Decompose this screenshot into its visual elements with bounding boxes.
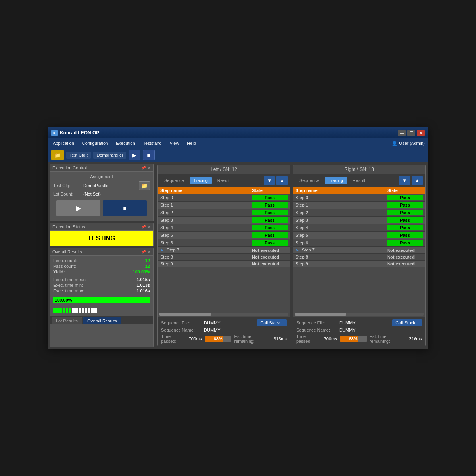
right-scrollbar-thumb[interactable]	[295, 313, 346, 316]
right-table-header: Step name State	[293, 187, 425, 194]
right-tab-result[interactable]: Result	[349, 177, 369, 184]
menu-help[interactable]: Help	[185, 140, 198, 146]
title-bar-left: K Konrad LEON OP	[51, 130, 99, 136]
left-scrollbar-thumb[interactable]	[159, 313, 211, 316]
menu-application[interactable]: Application	[51, 140, 76, 146]
menu-items: Application Configuration Execution Test…	[51, 140, 198, 146]
left-seq-file-value: DUMMY	[204, 321, 221, 325]
tab-overall-results[interactable]: Overall Results	[83, 317, 121, 324]
right-progress-label: 68%	[340, 336, 367, 342]
toolbar: 📁 Test Cfg.: DemoParallel ▶ ■	[48, 148, 428, 162]
right-seq-file-value: DUMMY	[339, 321, 356, 325]
right-scrollbar-x[interactable]	[295, 313, 424, 316]
pass-count-label: Pass count:	[53, 264, 76, 269]
left-call-stack-button[interactable]: Call Stack...	[257, 319, 287, 326]
exec-time-min-row: Exec. time min: 1.013s	[53, 283, 150, 288]
left-panel: Execution Control 📌 ✕ Assignment Test Cf…	[48, 162, 155, 349]
execution-status-panel: Execution Status 📌 ✕ TESTING	[50, 223, 154, 246]
left-seq-file-label: Sequence File:	[161, 321, 201, 325]
left-nav-down[interactable]: ▼	[264, 176, 275, 185]
toolbar-stop-button[interactable]: ■	[143, 150, 155, 160]
left-col-step-name: Step name	[160, 188, 252, 193]
step-state: Pass	[252, 232, 288, 238]
menu-teststand[interactable]: Teststand	[142, 140, 163, 146]
pass-count-value: 12	[145, 264, 150, 269]
bottom-tabs: Lot Results Overall Results	[50, 316, 153, 324]
main-content: Execution Control 📌 ✕ Assignment Test Cf…	[48, 162, 428, 349]
right-sequence-name-row: Sequence Name: DUMMY	[296, 328, 422, 332]
menu-configuration[interactable]: Configuration	[81, 140, 109, 146]
table-row: Step 8 Not executed	[158, 254, 290, 261]
left-time-passed-value: 700ms	[189, 336, 202, 341]
step-arrow-icon: ➤	[296, 248, 299, 252]
status-display: TESTING	[50, 231, 153, 246]
results-close-icon[interactable]: ✕	[148, 250, 151, 254]
step-state: Not executed	[387, 248, 423, 253]
restore-button[interactable]: ❐	[407, 130, 415, 136]
execution-control-header: Execution Control 📌 ✕	[50, 164, 153, 172]
table-row: Step 0 Pass	[158, 194, 290, 202]
exec-play-button[interactable]: ▶	[56, 200, 100, 216]
right-station-tabs: Sequence Tracing Result ▼ ▲	[293, 174, 425, 187]
step-name: Step 1	[296, 203, 387, 207]
step-name: Step 6	[160, 240, 252, 245]
right-tab-sequence[interactable]: Sequence	[296, 177, 323, 184]
status-pin-icon[interactable]: 📌	[141, 225, 146, 229]
table-row: Step 4 Pass	[293, 224, 425, 232]
step-name: Step 6	[296, 240, 387, 245]
step-name: ➤ Step 7	[160, 248, 252, 253]
left-tab-result[interactable]: Result	[213, 177, 234, 184]
step-arrow-icon: ➤	[160, 248, 164, 252]
app-window: K Konrad LEON OP — ❐ ✕ Application Confi…	[48, 127, 428, 349]
toolbar-play-button[interactable]: ▶	[129, 150, 140, 160]
table-row: ➤ Step 7 Not executed	[293, 247, 425, 254]
right-est-time-value: 316ms	[409, 336, 422, 341]
table-row: Step 8 Not executed	[293, 254, 425, 261]
table-row: Step 1 Pass	[158, 202, 290, 209]
left-tab-tracing[interactable]: Tracing	[190, 177, 212, 184]
step-name: Step 2	[160, 210, 252, 215]
left-time-passed-label: Time passed:	[161, 334, 186, 344]
panel-close-icon[interactable]: ✕	[148, 166, 151, 170]
history-seg-7	[72, 308, 75, 313]
left-scrollbar-x[interactable]	[159, 313, 288, 316]
assignment-folder-button[interactable]: 📁	[139, 181, 150, 190]
title-bar: K Konrad LEON OP — ❐ ✕	[48, 127, 428, 138]
exec-count-value: 12	[145, 258, 150, 263]
assignment-test-cfg-row: Test Cfg: DemoParallel 📁	[53, 181, 150, 190]
menu-view[interactable]: View	[168, 140, 181, 146]
window-title: Konrad LEON OP	[60, 130, 99, 136]
right-nav-buttons: ▼ ▲	[399, 176, 423, 185]
minimize-button[interactable]: —	[398, 130, 406, 136]
right-time-row: Time passed: 700ms 68% Est. time remaini…	[296, 334, 422, 344]
pass-count-row: Pass count: 12	[53, 264, 150, 269]
left-nav-up[interactable]: ▲	[276, 176, 288, 185]
left-sequence-file-row: Sequence File: DUMMY Call Stack...	[161, 319, 287, 326]
right-call-stack-button[interactable]: Call Stack...	[392, 319, 422, 326]
step-name: Step 3	[296, 218, 387, 223]
app-logo: K	[51, 130, 58, 136]
tab-lot-results[interactable]: Lot Results	[52, 317, 82, 324]
status-close-icon[interactable]: ✕	[148, 225, 151, 229]
history-seg-10	[82, 308, 84, 313]
status-panel-icons: 📌 ✕	[141, 225, 151, 229]
table-row: Step 6 Pass	[293, 239, 425, 247]
step-state: Pass	[387, 210, 423, 215]
table-row: Step 6 Pass	[158, 239, 290, 247]
toolbar-folder-button[interactable]: 📁	[51, 150, 64, 160]
pin-icon[interactable]: 📌	[141, 166, 146, 170]
right-tab-tracing[interactable]: Tracing	[325, 177, 347, 184]
left-tab-sequence[interactable]: Sequence	[160, 177, 188, 184]
exec-stop-button[interactable]: ■	[103, 200, 147, 216]
results-pin-icon[interactable]: 📌	[141, 250, 146, 254]
step-state: Pass	[387, 232, 423, 238]
menu-execution[interactable]: Execution	[114, 140, 136, 146]
table-row: Step 0 Pass	[293, 194, 425, 202]
close-button[interactable]: ✕	[417, 130, 425, 136]
results-box: Exec. count: 12 Pass count: 12 Yield: 10…	[50, 256, 153, 316]
right-seq-file-label: Sequence File:	[296, 321, 336, 325]
assignment-test-cfg-label: Test Cfg:	[53, 183, 81, 188]
right-nav-up[interactable]: ▲	[412, 176, 423, 185]
right-nav-down[interactable]: ▼	[399, 176, 410, 185]
left-progress-bar: 68%	[205, 336, 231, 342]
